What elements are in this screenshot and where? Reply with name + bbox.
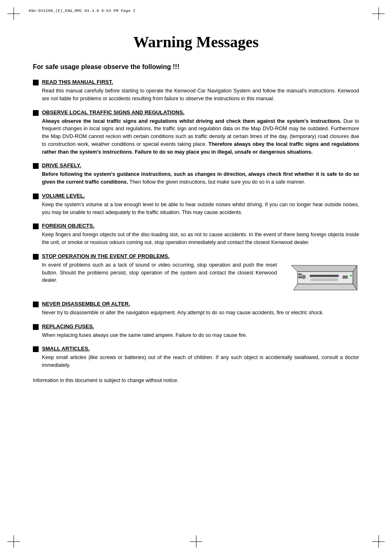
svg-rect-11 bbox=[298, 274, 302, 275]
bullet-icon bbox=[33, 254, 39, 260]
reg-mark-top-left bbox=[7, 7, 20, 20]
bullet-icon bbox=[33, 346, 39, 352]
bullet-icon bbox=[33, 193, 39, 199]
svg-rect-12 bbox=[298, 276, 302, 278]
bullet-icon bbox=[33, 223, 39, 229]
bullet-icon bbox=[33, 80, 39, 85]
section-drive-safely-content: Before following the system's guidance i… bbox=[42, 170, 359, 186]
reg-mark-top-right bbox=[372, 7, 385, 20]
header-meta: KNA-DV2200_(E)_ENG_MMC 03.4.8 0:53 PM Pa… bbox=[29, 9, 136, 13]
observe-traffic-bold-1: Always observe the local traffic signs a… bbox=[42, 118, 341, 124]
device-illustration bbox=[285, 257, 359, 294]
section-read-manual-header: READ THIS MANUAL FIRST. bbox=[33, 79, 359, 85]
svg-point-5 bbox=[302, 275, 306, 279]
section-replacing-fuses-content: When replacing fuses always use the same… bbox=[42, 332, 359, 339]
section-stop-operation: STOP OPERATION IN THE EVENT OF PROBLEMS.… bbox=[33, 253, 359, 294]
section-foreign-objects-content: Keep fingers and foreign objects out of … bbox=[42, 231, 359, 246]
stop-op-row: In event of problems such as a lack of s… bbox=[33, 261, 359, 294]
section-volume-level-title: VOLUME LEVEL. bbox=[42, 193, 85, 199]
section-stop-operation-content: In event of problems such as a lack of s… bbox=[42, 261, 277, 284]
section-read-manual-content: Read this manual carefully before starti… bbox=[42, 87, 359, 103]
section-read-manual-title: READ THIS MANUAL FIRST. bbox=[42, 79, 113, 85]
svg-rect-8 bbox=[311, 279, 338, 281]
section-replacing-fuses-header: REPLACING FUSES. bbox=[33, 323, 359, 330]
section-never-disassemble-title: NEVER DISASSEMBLE OR ALTER. bbox=[42, 301, 130, 307]
section-foreign-objects-header: FOREIGN OBJECTS. bbox=[33, 223, 359, 229]
reg-mark-bottom-left bbox=[7, 535, 20, 548]
bullet-icon bbox=[33, 110, 39, 116]
svg-marker-0 bbox=[293, 284, 357, 290]
bullet-icon bbox=[33, 324, 39, 330]
reg-mark-bottom-center bbox=[190, 535, 202, 548]
bullet-icon bbox=[33, 302, 39, 307]
svg-rect-4 bbox=[310, 275, 339, 277]
section-never-disassemble-content: Never try to disassemble or alter the na… bbox=[42, 309, 359, 317]
section-drive-safely-title: DRIVE SAFELY. bbox=[42, 162, 81, 168]
section-drive-safely-header: DRIVE SAFELY. bbox=[33, 162, 359, 169]
section-read-manual: READ THIS MANUAL FIRST. Read this manual… bbox=[33, 79, 359, 103]
page-title: Warning Messages bbox=[33, 33, 359, 51]
section-volume-level-header: VOLUME LEVEL. bbox=[33, 193, 359, 199]
section-never-disassemble: NEVER DISASSEMBLE OR ALTER. Never try to… bbox=[33, 301, 359, 317]
section-small-articles-content: Keep small articles (like screws or batt… bbox=[42, 354, 359, 369]
page: KNA-DV2200_(E)_ENG_MMC 03.4.8 0:53 PM Pa… bbox=[0, 0, 392, 555]
section-small-articles-header: SMALL ARTICLES. bbox=[33, 345, 359, 352]
section-observe-traffic-header: OBSERVE LOCAL TRAFFIC SIGNS AND REGULATI… bbox=[33, 109, 359, 116]
footer-note: Information in this document is subject … bbox=[33, 378, 359, 383]
drive-safely-normal: Then follow the given instructions, but … bbox=[129, 179, 305, 185]
reg-mark-bottom-right bbox=[372, 535, 385, 548]
section-observe-traffic-content: Always observe the local traffic signs a… bbox=[42, 117, 359, 156]
section-foreign-objects-title: FOREIGN OBJECTS. bbox=[42, 223, 95, 229]
section-never-disassemble-header: NEVER DISASSEMBLE OR ALTER. bbox=[33, 301, 359, 307]
svg-point-7 bbox=[350, 275, 352, 276]
svg-rect-6 bbox=[343, 276, 348, 279]
section-replacing-fuses-title: REPLACING FUSES. bbox=[42, 323, 94, 329]
section-observe-traffic-title: OBSERVE LOCAL TRAFFIC SIGNS AND REGULATI… bbox=[42, 109, 184, 115]
section-observe-traffic: OBSERVE LOCAL TRAFFIC SIGNS AND REGULATI… bbox=[33, 109, 359, 156]
page-subtitle: For safe usage please observe the follow… bbox=[33, 63, 359, 71]
section-stop-operation-title: STOP OPERATION IN THE EVENT OF PROBLEMS. bbox=[42, 253, 170, 259]
section-small-articles-title: SMALL ARTICLES. bbox=[42, 345, 90, 352]
section-foreign-objects: FOREIGN OBJECTS. Keep fingers and foreig… bbox=[33, 223, 359, 246]
section-small-articles: SMALL ARTICLES. Keep small articles (lik… bbox=[33, 345, 359, 369]
section-drive-safely: DRIVE SAFELY. Before following the syste… bbox=[33, 162, 359, 186]
section-replacing-fuses: REPLACING FUSES. When replacing fuses al… bbox=[33, 323, 359, 339]
section-volume-level-content: Keep the system's volume at a low enough… bbox=[42, 201, 359, 216]
section-volume-level: VOLUME LEVEL. Keep the system's volume a… bbox=[33, 193, 359, 216]
bullet-icon bbox=[33, 163, 39, 169]
svg-marker-2 bbox=[291, 265, 357, 272]
